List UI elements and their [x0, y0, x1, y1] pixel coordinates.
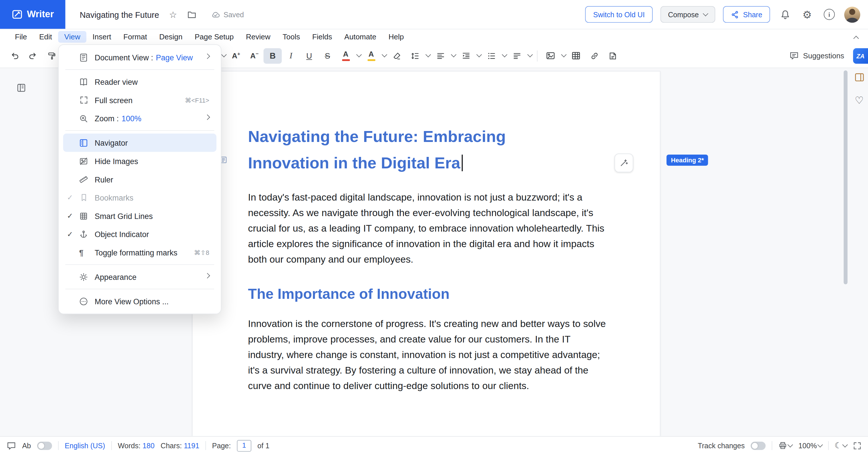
insert-image-chevron[interactable]: [560, 48, 567, 63]
align-chevron[interactable]: [450, 48, 457, 63]
menu-item-label: Full screen: [95, 96, 133, 105]
undo-button[interactable]: [5, 48, 24, 63]
font-color-button[interactable]: A: [337, 48, 355, 63]
view-menu-item-more-options[interactable]: More View Options ...: [63, 292, 216, 310]
document-title[interactable]: Navigating the Future: [80, 10, 159, 19]
menu-fields[interactable]: Fields: [306, 31, 338, 42]
strikethrough-button[interactable]: S: [318, 48, 337, 63]
print-layout-icon[interactable]: [778, 441, 792, 450]
doc-paragraph-1[interactable]: In today's fast-paced digital landscape,…: [248, 190, 607, 267]
increase-font-size-button[interactable]: A+: [227, 48, 245, 63]
redo-button[interactable]: [24, 48, 42, 63]
compose-button[interactable]: Compose: [660, 6, 715, 23]
dark-mode-toggle[interactable]: ☾: [834, 441, 847, 451]
view-menu-item-navigator[interactable]: Navigator: [63, 134, 216, 152]
clear-formatting-button[interactable]: [388, 48, 406, 63]
indent-button[interactable]: [457, 48, 475, 63]
indent-chevron[interactable]: [475, 48, 482, 63]
page-label: Page:: [212, 442, 231, 450]
doc-heading2[interactable]: The Importance of Innovation: [248, 285, 604, 303]
comments-bubble-icon[interactable]: [7, 441, 16, 450]
highlight-color-button[interactable]: A: [362, 48, 380, 63]
view-menu-item-ruler[interactable]: Ruler: [63, 170, 216, 189]
format-painter-button[interactable]: [42, 48, 61, 63]
page-number-input[interactable]: 1: [237, 439, 251, 451]
notifications-bell-icon[interactable]: [778, 7, 792, 22]
zia-icon[interactable]: ZA: [853, 48, 868, 63]
view-menu-item-full-screen[interactable]: Full screen ⌘<F11>: [63, 91, 216, 109]
spell-check-toggle[interactable]: [37, 442, 52, 450]
submenu-chevron-icon: [205, 53, 210, 59]
info-icon[interactable]: i: [822, 7, 836, 22]
vertical-scrollbar[interactable]: [844, 70, 848, 284]
menu-edit[interactable]: Edit: [33, 31, 58, 42]
view-menu-item-smart-grid-lines[interactable]: ✓ Smart Grid Lines: [63, 207, 216, 225]
suggestions-button[interactable]: Suggestions: [789, 51, 844, 60]
menu-file[interactable]: File: [9, 31, 33, 42]
char-count[interactable]: Chars: 1191: [161, 442, 199, 450]
paragraph-styles-button[interactable]: [508, 48, 526, 63]
decrease-font-size-button[interactable]: A−: [245, 48, 264, 63]
document-page[interactable]: Navigating the Future: Embracing Innovat…: [192, 71, 660, 436]
menu-divider: [65, 130, 214, 131]
view-menu-item-reader-view[interactable]: Reader view: [63, 73, 216, 91]
bullet-list-chevron[interactable]: [500, 48, 507, 63]
insert-link-button[interactable]: [585, 48, 603, 63]
highlight-color-chevron[interactable]: [380, 48, 388, 63]
bullet-list-button[interactable]: [482, 48, 501, 63]
fullscreen-icon[interactable]: [853, 442, 861, 450]
line-spacing-button[interactable]: [406, 48, 424, 63]
switch-old-ui-button[interactable]: Switch to Old UI: [585, 6, 652, 23]
share-button[interactable]: Share: [723, 6, 770, 23]
document-outline-icon[interactable]: [17, 83, 26, 92]
menu-format[interactable]: Format: [117, 31, 153, 42]
view-menu-item-document-view[interactable]: Document View : Page View: [63, 48, 216, 67]
track-changes-toggle[interactable]: [751, 442, 766, 450]
writer-logo[interactable]: Writer: [0, 0, 65, 29]
text-cursor: [462, 154, 463, 171]
view-menu-item-appearance[interactable]: Appearance: [63, 268, 216, 286]
view-menu-item-zoom[interactable]: Zoom : 100%: [63, 109, 216, 127]
menu-help[interactable]: Help: [382, 31, 410, 42]
menu-insert[interactable]: Insert: [86, 31, 117, 42]
menu-review[interactable]: Review: [240, 31, 276, 42]
collapse-toolbar-icon[interactable]: [853, 32, 858, 42]
zoom-level-selector[interactable]: 100%: [799, 442, 822, 450]
chevron-down-icon: [703, 11, 708, 16]
insert-image-button[interactable]: [541, 48, 560, 63]
favorite-star-icon[interactable]: ☆: [169, 9, 177, 20]
line-spacing-chevron[interactable]: [424, 48, 431, 63]
menu-tools[interactable]: Tools: [276, 31, 306, 42]
bold-button[interactable]: B: [264, 48, 282, 63]
doc-paragraph-2[interactable]: Innovation is the cornerstone of progres…: [248, 316, 607, 393]
right-rail-panel-icon[interactable]: [854, 72, 865, 83]
menu-page-setup[interactable]: Page Setup: [189, 31, 240, 42]
menu-item-label: Object Indicator: [95, 230, 149, 238]
view-menu-item-formatting-marks[interactable]: ¶ Toggle formatting marks ⌘⇧8: [63, 244, 216, 262]
view-menu-item-bookmarks[interactable]: ✓ Bookmarks: [63, 189, 216, 207]
doc-heading1[interactable]: Navigating the Future: Embracing Innovat…: [248, 123, 547, 176]
menu-design[interactable]: Design: [153, 31, 188, 42]
magic-wand-button[interactable]: [615, 153, 633, 172]
right-rail-heart-icon[interactable]: ♡: [855, 94, 864, 106]
align-button[interactable]: [431, 48, 450, 63]
style-badge[interactable]: Heading 2*: [666, 154, 708, 166]
cross-reference-button[interactable]: [603, 48, 622, 63]
menu-view[interactable]: View: [58, 31, 86, 42]
folder-icon[interactable]: [187, 10, 196, 19]
language-selector[interactable]: English (US): [65, 442, 105, 450]
paragraph-styles-chevron[interactable]: [526, 48, 533, 63]
menu-item-label: Hide Images: [95, 157, 138, 166]
view-menu-item-object-indicator[interactable]: ✓ Object Indicator: [63, 225, 216, 244]
submenu-chevron-icon: [205, 273, 210, 278]
view-menu-item-hide-images[interactable]: Hide Images: [63, 152, 216, 170]
settings-gear-icon[interactable]: ⚙: [800, 7, 814, 22]
underline-button[interactable]: U: [300, 48, 318, 63]
italic-button[interactable]: I: [282, 48, 300, 63]
menu-automate[interactable]: Automate: [338, 31, 382, 42]
word-count[interactable]: Words: 180: [118, 442, 155, 450]
font-color-chevron[interactable]: [355, 48, 362, 63]
user-avatar[interactable]: [844, 6, 860, 22]
anchor-icon: [79, 230, 88, 238]
insert-table-button[interactable]: [567, 48, 585, 63]
